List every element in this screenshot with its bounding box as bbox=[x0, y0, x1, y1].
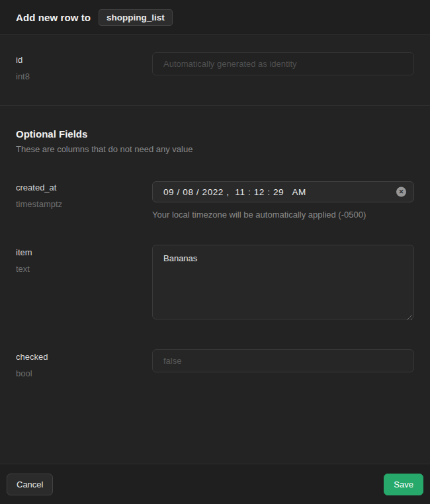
id-input bbox=[152, 52, 414, 75]
field-name-checked: checked bbox=[16, 352, 152, 362]
panel-content: id int8 Optional Fields These are column… bbox=[0, 35, 430, 464]
item-textarea[interactable]: Bananas bbox=[152, 245, 414, 319]
datetime-input-wrap: ✕ bbox=[152, 181, 414, 202]
field-input-col-id bbox=[152, 52, 414, 82]
field-type-checked: bool bbox=[16, 368, 152, 379]
section-divider bbox=[0, 105, 430, 106]
table-name-badge: shopping_list bbox=[99, 9, 173, 26]
field-row-checked: checked bool bbox=[0, 349, 430, 379]
optional-fields-title: Optional Fields bbox=[16, 128, 414, 140]
field-type-item: text bbox=[16, 264, 152, 274]
field-row-created-at: created_at timestamptz ✕ Your local time… bbox=[0, 181, 430, 220]
optional-fields-section-head: Optional Fields These are columns that d… bbox=[0, 128, 430, 155]
item-textarea-wrap: Bananas bbox=[152, 245, 414, 322]
cancel-button[interactable]: Cancel bbox=[7, 474, 53, 495]
optional-fields-subtitle: These are columns that do not need any v… bbox=[16, 144, 414, 155]
created-at-datetime-input[interactable] bbox=[152, 181, 414, 202]
field-input-col-created-at: ✕ Your local timezone will be automatica… bbox=[152, 181, 414, 220]
save-button[interactable]: Save bbox=[384, 474, 423, 495]
field-type-id: int8 bbox=[16, 71, 152, 82]
field-label-created-at: created_at timestamptz bbox=[16, 181, 152, 220]
checked-input[interactable] bbox=[152, 349, 414, 372]
field-row-id: id int8 bbox=[0, 52, 430, 82]
clear-datetime-icon[interactable]: ✕ bbox=[396, 187, 406, 197]
field-name-id: id bbox=[16, 55, 152, 65]
add-row-panel: Add new row to shopping_list id int8 Opt… bbox=[0, 0, 430, 504]
panel-footer: Cancel Save bbox=[0, 464, 430, 504]
field-input-col-item: Bananas bbox=[152, 245, 414, 322]
field-input-col-checked bbox=[152, 349, 414, 379]
panel-title: Add new row to bbox=[16, 12, 91, 23]
field-name-item: item bbox=[16, 247, 152, 258]
field-row-item: item text Bananas bbox=[0, 245, 430, 322]
field-name-created-at: created_at bbox=[16, 183, 152, 193]
field-label-checked: checked bool bbox=[16, 349, 152, 379]
field-type-created-at: timestamptz bbox=[16, 199, 152, 210]
timezone-helper-text: Your local timezone will be automaticall… bbox=[152, 210, 414, 220]
panel-header: Add new row to shopping_list bbox=[0, 0, 430, 35]
field-label-item: item text bbox=[16, 245, 152, 322]
field-label-id: id int8 bbox=[16, 52, 152, 82]
